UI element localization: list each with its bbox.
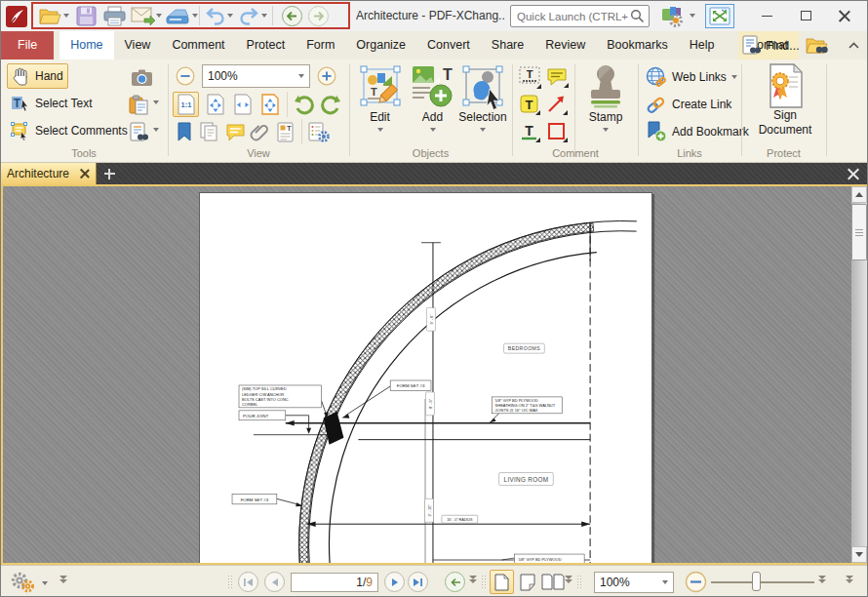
scrollbar-thumb[interactable] xyxy=(851,204,867,260)
snapshot-button[interactable] xyxy=(127,64,157,90)
edit-objects-button[interactable]: T Edit xyxy=(354,63,406,132)
attachments-pane-button[interactable] xyxy=(249,119,272,144)
view-history-expand-button[interactable] xyxy=(469,576,477,583)
options-dropdown[interactable] xyxy=(42,581,48,585)
close-document-button[interactable] xyxy=(845,166,862,181)
scroll-up-button[interactable] xyxy=(851,186,867,203)
previous-view-button[interactable] xyxy=(280,5,303,27)
continuous-layout-button[interactable] xyxy=(516,570,539,594)
properties-pane-button[interactable] xyxy=(306,119,332,144)
single-page-layout-button[interactable] xyxy=(490,570,514,594)
tab-comment[interactable]: Comment xyxy=(161,31,235,60)
save-button[interactable] xyxy=(74,5,98,27)
highlight-text-tool-button[interactable]: T xyxy=(517,92,542,117)
collapse-ribbon-button[interactable] xyxy=(844,31,863,60)
new-tab-button[interactable] xyxy=(100,166,118,181)
undo-dropdown[interactable] xyxy=(227,14,233,18)
thumbnails-pane-button[interactable] xyxy=(198,119,221,144)
quick-launch-input[interactable] xyxy=(515,10,630,23)
vertical-scrollbar[interactable] xyxy=(851,186,867,563)
email-button[interactable] xyxy=(130,5,155,27)
quick-launch-box[interactable] xyxy=(510,5,650,27)
find-tool-button[interactable] xyxy=(125,119,153,144)
sign-document-button[interactable]: Sign Document xyxy=(748,63,822,138)
add-bookmark-button[interactable]: Add Bookmark xyxy=(642,119,753,144)
page-number-box[interactable]: / 9 xyxy=(291,573,378,592)
search-in-files-button[interactable] xyxy=(806,31,829,60)
rectangle-tool-button[interactable] xyxy=(544,119,570,144)
statusbar-expand-button[interactable] xyxy=(846,576,853,583)
print-button[interactable] xyxy=(102,5,126,27)
close-button[interactable] xyxy=(826,1,863,30)
tab-help[interactable]: Help xyxy=(679,31,726,60)
document-canvas[interactable]: BEDROOMS LIVING ROOM (SIM) TOP SILL CURV… xyxy=(3,186,867,563)
fit-page-button[interactable] xyxy=(202,92,228,117)
first-page-button[interactable] xyxy=(238,572,258,592)
zoom-out-button[interactable] xyxy=(172,63,199,89)
zoom-slider-thumb[interactable] xyxy=(752,572,761,591)
tab-file[interactable]: File xyxy=(1,31,54,60)
arrow-tool-button[interactable] xyxy=(544,92,570,117)
selection-objects-button[interactable]: Selection xyxy=(456,63,509,132)
find-button[interactable]: Find... xyxy=(742,31,800,60)
tab-organize[interactable]: Organize xyxy=(345,31,416,60)
create-link-button[interactable]: Create Link xyxy=(642,92,735,117)
comments-pane-button[interactable] xyxy=(223,119,247,144)
zoom-in-button[interactable] xyxy=(313,63,340,89)
two-pages-layout-button[interactable] xyxy=(539,570,567,594)
layout-expand-button[interactable] xyxy=(565,576,572,583)
status-zoom-combobox[interactable]: 100% xyxy=(594,572,674,593)
undo-button[interactable] xyxy=(204,5,225,27)
tab-share[interactable]: Share xyxy=(481,31,534,60)
page-number-input[interactable] xyxy=(324,576,363,589)
select-text-button[interactable]: T Select Text xyxy=(7,91,96,116)
zoom-level-combobox[interactable]: 100% xyxy=(202,64,310,88)
hand-tool-button[interactable]: Hand xyxy=(7,63,68,89)
scan-dropdown[interactable] xyxy=(192,14,198,18)
last-page-button[interactable] xyxy=(408,572,428,592)
previous-view-history-button[interactable] xyxy=(445,572,465,592)
fit-visible-button[interactable] xyxy=(256,92,283,117)
tab-review[interactable]: Review xyxy=(534,31,596,60)
sticky-note-tool-button[interactable] xyxy=(544,64,570,90)
underline-text-tool-button[interactable]: T xyxy=(517,119,542,144)
add-objects-button[interactable]: T Add xyxy=(410,63,455,132)
fullscreen-button[interactable] xyxy=(705,4,734,28)
rotate-right-button[interactable] xyxy=(317,92,343,117)
tab-form[interactable]: Form xyxy=(296,31,345,60)
ui-options-button[interactable] xyxy=(660,5,686,27)
scroll-down-button[interactable] xyxy=(851,546,867,563)
tab-view[interactable]: View xyxy=(114,31,162,60)
find-dropdown[interactable] xyxy=(153,128,159,132)
redo-button[interactable] xyxy=(238,5,259,27)
email-dropdown[interactable] xyxy=(156,14,162,18)
stamp-tool-button[interactable]: Stamp xyxy=(578,63,633,132)
web-links-button[interactable]: Web Links xyxy=(642,64,741,90)
options-gears-button[interactable] xyxy=(9,571,36,594)
minimize-button[interactable] xyxy=(748,1,785,30)
actual-size-button[interactable]: 1:1 xyxy=(173,92,199,117)
status-zoom-out-button[interactable] xyxy=(685,571,707,593)
tab-close-icon[interactable] xyxy=(80,169,90,179)
scan-button[interactable] xyxy=(165,5,190,27)
document-tab-architecture[interactable]: Architecture xyxy=(1,163,97,184)
open-file-button[interactable] xyxy=(38,5,61,27)
bookmarks-pane-button[interactable] xyxy=(173,119,196,144)
tab-home[interactable]: Home xyxy=(59,31,113,60)
paste-dropdown[interactable] xyxy=(153,100,159,104)
redo-dropdown[interactable] xyxy=(261,14,267,18)
maximize-button[interactable] xyxy=(787,1,824,30)
zoom-expand-button[interactable] xyxy=(818,576,826,583)
zoom-slider-track[interactable] xyxy=(711,581,814,583)
rotate-left-button[interactable] xyxy=(291,92,317,117)
open-file-dropdown[interactable] xyxy=(63,14,69,18)
paste-button[interactable] xyxy=(125,92,153,117)
fit-width-button[interactable] xyxy=(229,92,256,117)
expand-toolbar-button[interactable] xyxy=(59,576,67,583)
document-page[interactable]: BEDROOMS LIVING ROOM (SIM) TOP SILL CURV… xyxy=(199,192,652,563)
tab-bookmarks[interactable]: Bookmarks xyxy=(596,31,679,60)
ui-options-dropdown[interactable] xyxy=(690,14,695,18)
next-page-button[interactable] xyxy=(384,572,405,592)
select-comments-button[interactable]: Select Comments xyxy=(7,118,132,143)
next-view-button[interactable] xyxy=(306,5,330,27)
